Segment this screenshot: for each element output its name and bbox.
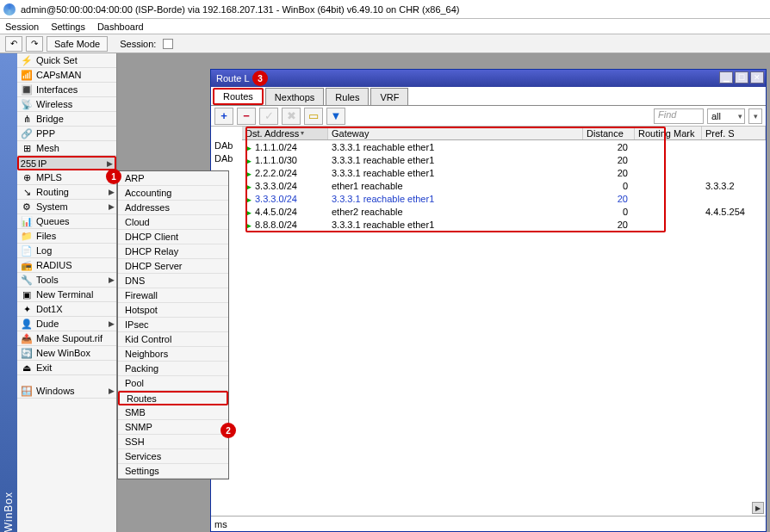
redo-button[interactable]: ↷: [26, 36, 43, 52]
submenu-item-firewall[interactable]: Firewall: [118, 288, 228, 303]
window-minimize-button[interactable]: ▁: [719, 71, 733, 84]
submenu-item-snmp[interactable]: SNMP: [118, 420, 228, 435]
tab-vrf[interactable]: VRF: [370, 88, 408, 105]
sidebar-item-tools[interactable]: 🔧Tools▶: [17, 273, 116, 288]
sidebar-item-routing[interactable]: ↘Routing▶: [17, 185, 116, 200]
menu-dashboard[interactable]: Dashboard: [97, 22, 144, 32]
sidebar-item-exit[interactable]: ⏏Exit: [17, 361, 116, 375]
scroll-right-button[interactable]: ▶: [752, 502, 764, 514]
sidebar: ⚡Quick Set📶CAPsMAN🔳Interfaces📡Wireless⋔B…: [17, 53, 117, 532]
submenu-item-settings[interactable]: Settings: [118, 464, 228, 479]
sidebar-item-capsman[interactable]: 📶CAPsMAN: [17, 68, 116, 83]
submenu-item-neighbors[interactable]: Neighbors: [118, 347, 228, 362]
submenu-item-dhcp-client[interactable]: DHCP Client: [118, 230, 228, 244]
submenu-item-routes[interactable]: Routes: [118, 391, 228, 405]
sidebar-item-dude[interactable]: 👤Dude▶: [17, 317, 116, 331]
comment-button[interactable]: ▭: [304, 108, 323, 125]
sidebar-icon: 📤: [21, 332, 33, 344]
tab-nexthops[interactable]: Nexthops: [265, 88, 324, 105]
table-row[interactable]: ▶4.4.5.0/24ether2 reachable04.4.5.254: [242, 205, 766, 218]
add-button[interactable]: +: [214, 108, 233, 125]
sidebar-item-interfaces[interactable]: 🔳Interfaces: [17, 83, 116, 97]
submenu-item-packing[interactable]: Packing: [118, 362, 228, 376]
submenu-item-services[interactable]: Services: [118, 449, 228, 464]
table-row[interactable]: ▶3.3.3.0/24ether1 reachable03.3.3.2: [242, 179, 766, 192]
sidebar-item-dot1x[interactable]: ✦Dot1X: [17, 302, 116, 317]
tab-rules[interactable]: Rules: [326, 88, 369, 105]
col-pref-source[interactable]: Pref. S: [702, 127, 766, 139]
sidebar-item-bridge[interactable]: ⋔Bridge: [17, 112, 116, 127]
sidebar-item-label: CAPsMAN: [36, 70, 82, 80]
main-toolbar: ↶ ↷ Safe Mode Session:: [0, 34, 770, 53]
sidebar-icon: ↘: [21, 186, 33, 198]
find-input[interactable]: Find: [654, 108, 704, 124]
window-close-button[interactable]: ✕: [750, 71, 764, 84]
submenu-item-hotspot[interactable]: Hotspot: [118, 303, 228, 318]
route-active-icon: ▶: [245, 221, 251, 230]
sidebar-icon: ⋔: [21, 113, 33, 125]
undo-button[interactable]: ↶: [5, 36, 22, 52]
session-checkbox[interactable]: [163, 39, 173, 49]
sidebar-item-system[interactable]: ⚙System▶: [17, 200, 116, 214]
menu-session[interactable]: Session: [5, 22, 39, 32]
table-row[interactable]: ▶1.1.1.0/243.3.3.1 reachable ether120: [242, 140, 766, 153]
sidebar-icon: 🔧: [21, 274, 33, 286]
route-table: DAbDAb Dst. Address Gateway Distance Rou…: [211, 127, 766, 516]
sidebar-item-ip[interactable]: 255IP▶: [17, 156, 116, 170]
sidebar-item-make-supout-rif[interactable]: 📤Make Supout.rif: [17, 331, 116, 346]
sidebar-item-mesh[interactable]: ⊞Mesh: [17, 141, 116, 156]
table-row[interactable]: ▶3.3.3.0/243.3.3.1 reachable ether120: [242, 192, 766, 205]
status-bar: ms: [211, 516, 766, 531]
submenu-item-ipsec[interactable]: IPsec: [118, 318, 228, 332]
submenu-item-dns[interactable]: DNS: [118, 274, 228, 288]
submenu-item-dhcp-relay[interactable]: DHCP Relay: [118, 244, 228, 259]
route-flag: DAb: [211, 140, 242, 153]
col-distance[interactable]: Distance: [583, 127, 635, 139]
window-maximize-button[interactable]: ☐: [735, 71, 748, 84]
sidebar-item-windows[interactable]: 🪟Windows▶: [17, 384, 116, 399]
submenu-item-smb[interactable]: SMB: [118, 405, 228, 420]
columns-dropdown-button[interactable]: ▾: [748, 108, 762, 124]
sidebar-item-files[interactable]: 📁Files: [17, 229, 116, 244]
sidebar-item-label: New WinBox: [36, 348, 90, 358]
sidebar-icon: ▣: [21, 288, 33, 300]
disable-button[interactable]: ✖: [282, 108, 301, 125]
sidebar-item-new-winbox[interactable]: 🔄New WinBox: [17, 346, 116, 361]
submenu-item-ssh[interactable]: SSH: [118, 435, 228, 449]
annotation-badge-3: 3: [252, 71, 268, 86]
sidebar-item-wireless[interactable]: 📡Wireless: [17, 97, 116, 112]
sidebar-item-ppp[interactable]: 🔗PPP: [17, 127, 116, 141]
submenu-item-dhcp-server[interactable]: DHCP Server: [118, 259, 228, 274]
sidebar-item-quick-set[interactable]: ⚡Quick Set: [17, 53, 116, 68]
submenu-item-cloud[interactable]: Cloud: [118, 215, 228, 230]
filter-select[interactable]: all: [707, 108, 745, 124]
submenu-item-pool[interactable]: Pool: [118, 376, 228, 391]
enable-button[interactable]: ✓: [259, 108, 278, 125]
col-dst-address[interactable]: Dst. Address: [242, 127, 328, 139]
submenu-item-addresses[interactable]: Addresses: [118, 201, 228, 215]
col-gateway[interactable]: Gateway: [328, 127, 583, 139]
sidebar-item-log[interactable]: 📄Log: [17, 244, 116, 258]
sidebar-item-label: Files: [36, 231, 56, 241]
sidebar-item-queues[interactable]: 📊Queues: [17, 214, 116, 229]
sidebar-item-new-terminal[interactable]: ▣New Terminal: [17, 288, 116, 302]
menu-settings[interactable]: Settings: [51, 22, 85, 32]
sidebar-item-label: Wireless: [36, 99, 72, 109]
sidebar-icon: 🔗: [21, 127, 33, 139]
filter-button[interactable]: ▼: [326, 108, 345, 125]
safe-mode-button[interactable]: Safe Mode: [47, 36, 108, 52]
submenu-item-accounting[interactable]: Accounting: [118, 186, 228, 201]
submenu-item-arp[interactable]: ARP: [118, 171, 228, 186]
sidebar-item-mpls[interactable]: ⊕MPLS▶: [17, 170, 116, 185]
table-header: Dst. Address Gateway Distance Routing Ma…: [242, 127, 766, 140]
table-row[interactable]: ▶1.1.1.0/303.3.3.1 reachable ether120: [242, 153, 766, 166]
route-window-titlebar[interactable]: Route L ▁ ☐ ✕: [211, 70, 766, 87]
col-routing-mark[interactable]: Routing Mark: [635, 127, 702, 139]
sidebar-icon: 📁: [21, 230, 33, 242]
submenu-item-kid-control[interactable]: Kid Control: [118, 332, 228, 347]
tab-routes[interactable]: Routes: [213, 88, 264, 105]
table-row[interactable]: ▶8.8.8.0/243.3.3.1 reachable ether120: [242, 218, 766, 231]
table-row[interactable]: ▶2.2.2.0/243.3.3.1 reachable ether120: [242, 166, 766, 179]
remove-button[interactable]: −: [237, 108, 256, 125]
sidebar-item-radius[interactable]: 📻RADIUS: [17, 258, 116, 273]
